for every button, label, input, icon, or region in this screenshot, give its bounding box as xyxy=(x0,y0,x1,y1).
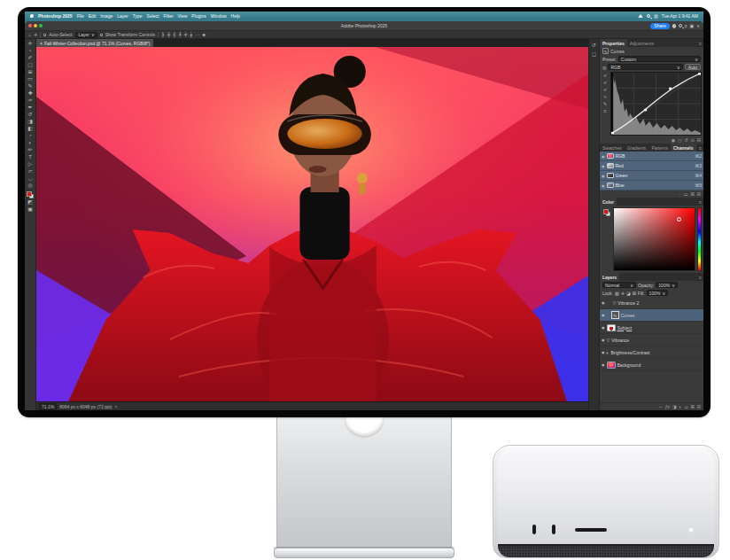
home-icon[interactable]: ⌂ xyxy=(28,32,31,37)
foreground-color-swatch[interactable] xyxy=(27,191,32,197)
search-icon[interactable] xyxy=(679,24,682,27)
frame-tool-icon[interactable]: ▭ xyxy=(27,76,33,82)
target-adjust-icon[interactable]: ◎ xyxy=(602,65,606,70)
opacity-dropdown[interactable]: 100% ∨ xyxy=(656,282,677,288)
menu-item-type[interactable]: Type xyxy=(133,13,143,19)
channel-row-rgb[interactable]: ◉ RGB ⌘2 xyxy=(600,152,703,161)
search-icon[interactable] xyxy=(647,14,650,18)
channel-dropdown[interactable]: RGB ∨ xyxy=(608,64,682,70)
hand-tool-icon[interactable]: ◡ xyxy=(27,175,32,182)
saturation-brightness-field[interactable] xyxy=(613,207,695,271)
menu-item-select[interactable]: Select xyxy=(147,13,159,19)
lock-position-icon[interactable]: ✛ xyxy=(621,291,625,296)
color-marker[interactable] xyxy=(677,217,681,222)
history-brush-tool-icon[interactable]: ↺ xyxy=(27,112,32,118)
tab-layers[interactable]: Layers xyxy=(600,273,619,281)
delete-icon[interactable]: ⊟ xyxy=(697,137,701,143)
eye-icon[interactable]: ◉ xyxy=(602,325,605,330)
control-center-icon[interactable]: ▥ xyxy=(654,13,658,19)
zoom-window-button[interactable] xyxy=(39,24,43,27)
hue-slider[interactable] xyxy=(697,207,702,271)
layer-row-background[interactable]: ◉ Background xyxy=(600,359,703,371)
new-channel-icon[interactable]: ⊞ xyxy=(691,191,695,197)
panel-menu-icon[interactable]: ≡ xyxy=(699,39,703,47)
lock-artboard-icon[interactable]: ◪ xyxy=(626,291,631,296)
foreground-background-swatches[interactable] xyxy=(27,191,34,198)
distribute-bottom-icon[interactable]: ╁ xyxy=(190,32,192,37)
object-selection-tool-icon[interactable]: ▢ xyxy=(27,62,33,68)
marquee-tool-icon[interactable]: ▫ xyxy=(29,48,31,54)
align-center-icon[interactable]: ╫ xyxy=(167,32,171,37)
status-arrow-icon[interactable]: > xyxy=(114,404,117,409)
layer-row-vibrance[interactable]: ◉ ▽ Vibrance xyxy=(600,334,703,346)
zoom-level-field[interactable]: 71.1% xyxy=(39,403,57,410)
eye-icon[interactable]: ◉ xyxy=(602,350,605,354)
eye-icon[interactable]: ◉ xyxy=(602,362,605,367)
comments-panel-icon[interactable]: ◻ xyxy=(592,51,596,57)
foreground-background-swatches[interactable] xyxy=(603,209,610,216)
menu-item-window[interactable]: Window xyxy=(211,13,227,19)
apple-menu-icon[interactable] xyxy=(30,14,34,18)
transform-controls-checkbox[interactable] xyxy=(100,34,103,36)
tab-color[interactable]: Color xyxy=(600,198,617,206)
auto-select-dropdown[interactable]: Layer ∨ xyxy=(75,32,97,38)
canvas[interactable] xyxy=(36,47,588,401)
black-point-eyedropper-icon[interactable]: ✐ xyxy=(603,73,607,78)
minimize-window-button[interactable] xyxy=(34,24,37,27)
panel-menu-icon[interactable]: ≡ xyxy=(699,144,703,152)
menu-item-help[interactable]: Help xyxy=(231,13,240,19)
close-tab-icon[interactable]: × xyxy=(40,41,43,46)
menu-bar-clock[interactable]: Tue Apr 1 9:41 AM xyxy=(662,13,698,19)
gradient-tool-icon[interactable]: ◧ xyxy=(27,126,33,132)
foreground-color-swatch[interactable] xyxy=(603,209,609,214)
align-right-icon[interactable]: ╢ xyxy=(173,32,176,37)
panel-menu-icon[interactable]: ≡ xyxy=(699,198,703,206)
panel-menu-icon[interactable]: ≡ xyxy=(699,273,703,281)
eye-icon[interactable]: ◉ xyxy=(602,154,605,159)
eye-icon[interactable]: ◉ xyxy=(602,300,605,305)
blur-tool-icon[interactable]: ◔ xyxy=(28,133,32,139)
crop-tool-icon[interactable]: ⊞ xyxy=(27,69,32,75)
menu-item-layer[interactable]: Layer xyxy=(117,13,128,19)
move-tool-icon[interactable]: ✛ xyxy=(34,32,37,37)
menu-item-filter[interactable]: Filter xyxy=(163,13,173,19)
notifications-bell-icon[interactable] xyxy=(672,24,676,27)
healing-tool-icon[interactable]: ✚ xyxy=(27,90,32,97)
menu-item-edit[interactable]: Edit xyxy=(89,13,97,19)
tab-channels[interactable]: Channels xyxy=(671,144,696,152)
layer-row-brightness-contrast[interactable]: ◉ ◐ Brightness/Contrast xyxy=(600,346,703,359)
chevron-down-icon[interactable]: ∨ xyxy=(696,23,700,28)
tab-adjustments[interactable]: Adjustments xyxy=(627,39,657,47)
link-layers-icon[interactable]: ∽ xyxy=(658,404,662,409)
layer-effects-icon[interactable]: ƒx xyxy=(665,404,670,409)
clip-adjustment-icon[interactable]: ◉ xyxy=(672,137,675,143)
wifi-icon[interactable] xyxy=(638,14,643,18)
new-layer-icon[interactable]: ⊞ xyxy=(691,404,695,409)
close-window-button[interactable] xyxy=(28,24,32,27)
layer-row-curves[interactable]: ◉ ∿ Curves xyxy=(600,309,703,322)
visibility-icon[interactable]: ⊙ xyxy=(691,137,695,143)
menu-item-view[interactable]: View xyxy=(178,13,188,19)
move-tool-icon[interactable]: ✛ xyxy=(27,41,32,47)
tab-properties[interactable]: Properties xyxy=(600,39,627,47)
load-selection-icon[interactable]: ◌ xyxy=(679,191,681,197)
tab-gradients[interactable]: Gradients xyxy=(625,144,649,152)
lock-all-icon[interactable]: ⊞ xyxy=(633,291,636,296)
type-tool-icon[interactable]: T xyxy=(28,154,32,160)
save-selection-icon[interactable]: ▭ xyxy=(684,191,688,197)
gray-point-eyedropper-icon[interactable]: ✐ xyxy=(603,80,607,85)
path-select-tool-icon[interactable]: ▷ xyxy=(28,161,33,167)
channel-row-green[interactable]: ◉ Green ⌘4 xyxy=(600,171,703,181)
share-button[interactable]: Share xyxy=(650,23,669,29)
eye-icon[interactable]: ◉ xyxy=(602,313,605,317)
menu-item-image[interactable]: Image xyxy=(100,13,113,19)
reset-icon[interactable]: ↺ xyxy=(684,137,687,143)
menu-item-plugins[interactable]: Plugins xyxy=(191,13,206,19)
more-options-icon[interactable]: ⋯ xyxy=(195,32,199,37)
smooth-curve-icon[interactable]: ≡ xyxy=(604,108,607,113)
brush-tool-icon[interactable]: ✑ xyxy=(27,97,32,104)
channel-row-blue[interactable]: ◉ Blue ⌘5 xyxy=(600,181,703,191)
eyedropper-tool-icon[interactable]: ✎ xyxy=(27,83,32,89)
distribute-top-icon[interactable]: ╀ xyxy=(179,32,182,37)
shape-tool-icon[interactable]: ▱ xyxy=(28,168,33,175)
